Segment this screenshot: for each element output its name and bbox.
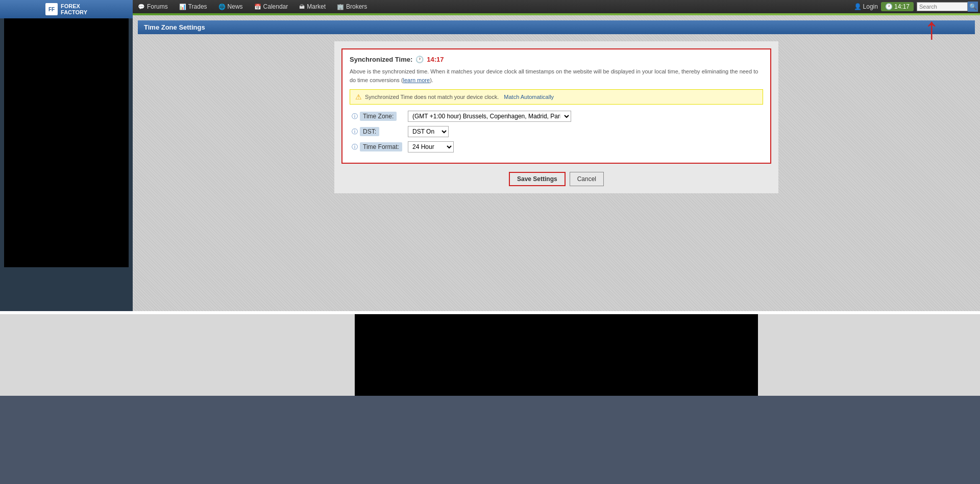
timezone-row: ⓘ Time Zone: (GMT +1:00 hour) Brussels, … — [350, 111, 763, 122]
nav-right: 👤 Login 🕐 14:17 🔍 — [854, 2, 978, 12]
sync-time-value: 14:17 — [427, 56, 444, 63]
sync-label: Synchronized Time: — [350, 56, 412, 63]
timeformat-label: ⓘ Time Format: — [352, 142, 408, 151]
button-row: Save Settings Cancel — [341, 172, 771, 186]
timezone-select[interactable]: (GMT +1:00 hour) Brussels, Copenhagen, M… — [408, 111, 571, 122]
timeformat-row: ⓘ Time Format: 24 Hour 12 Hour — [350, 141, 763, 152]
timeformat-control: 24 Hour 12 Hour — [408, 141, 454, 152]
content-area: Time Zone Settings Synchronized Time: 🕐 … — [133, 15, 980, 311]
bottom-section — [0, 311, 980, 396]
match-auto-link[interactable]: Match Automatically — [504, 94, 554, 100]
calendar-icon: 📅 — [254, 4, 261, 10]
forums-icon: 💬 — [138, 4, 145, 10]
page-title: Time Zone Settings — [144, 23, 205, 31]
dst-select[interactable]: DST On DST Off — [408, 126, 449, 137]
logo-area[interactable]: FF FOREX FACTORY — [0, 0, 133, 18]
learn-more-link[interactable]: learn more — [403, 77, 430, 83]
sync-clock-icon: 🕐 — [415, 56, 424, 63]
timezone-label: ⓘ Time Zone: — [352, 112, 408, 121]
logo: FF FOREX FACTORY — [45, 3, 87, 15]
market-icon: 🏔 — [299, 4, 305, 10]
dst-label: ⓘ DST: — [352, 127, 408, 136]
timezone-info-icon[interactable]: ⓘ — [352, 112, 358, 121]
nav-calendar[interactable]: 📅 Calendar — [249, 1, 293, 12]
dst-info-icon[interactable]: ⓘ — [352, 128, 358, 136]
main-layout: Time Zone Settings Synchronized Time: 🕐 … — [133, 15, 980, 311]
sync-description: Above is the synchronized time. When it … — [350, 67, 763, 84]
time-display[interactable]: 🕐 14:17 — [881, 2, 914, 11]
warning-text: Synchronized Time does not match your de… — [365, 94, 499, 100]
sync-time-box: Synchronized Time: 🕐 14:17 Above is the … — [341, 48, 771, 164]
cancel-button[interactable]: Cancel — [570, 172, 604, 186]
settings-panel: Synchronized Time: 🕐 14:17 Above is the … — [334, 41, 778, 193]
nav-forums[interactable]: 💬 Forums — [133, 1, 173, 12]
bottom-ad — [355, 314, 758, 396]
timeformat-select[interactable]: 24 Hour 12 Hour — [408, 141, 454, 152]
brokers-icon: 🏢 — [337, 4, 344, 10]
trades-icon: 📊 — [179, 4, 186, 10]
page-header: Time Zone Settings — [138, 20, 975, 34]
nav-news[interactable]: 🌐 News — [213, 1, 248, 12]
nav-market[interactable]: 🏔 Market — [294, 1, 331, 12]
nav-trades[interactable]: 📊 Trades — [174, 1, 212, 12]
logo-text: FOREX FACTORY — [61, 3, 87, 15]
nav-items: 💬 Forums 📊 Trades 🌐 News 📅 Calendar 🏔 Ma… — [133, 1, 854, 12]
sync-title-row: Synchronized Time: 🕐 14:17 — [350, 56, 763, 63]
warning-icon: ⚠ — [355, 93, 362, 101]
timezone-control: (GMT +1:00 hour) Brussels, Copenhagen, M… — [408, 111, 571, 122]
login-button[interactable]: 👤 Login — [854, 3, 878, 10]
timeformat-info-icon[interactable]: ⓘ — [352, 143, 358, 151]
nav-brokers[interactable]: 🏢 Brokers — [332, 1, 372, 12]
search-button[interactable]: 🔍 — [968, 2, 978, 12]
dst-control: DST On DST Off — [408, 126, 449, 137]
dst-row: ⓘ DST: DST On DST Off — [350, 126, 763, 137]
clock-icon: 🕐 — [885, 3, 893, 10]
logo-icon: FF — [45, 3, 58, 15]
login-icon: 👤 — [854, 3, 862, 10]
search-box: 🔍 — [917, 2, 978, 12]
sidebar-ad — [4, 17, 129, 267]
warning-bar: ⚠ Synchronized Time does not match your … — [350, 89, 763, 105]
red-arrow-indicator: ↑ — [924, 13, 939, 44]
search-input[interactable] — [917, 2, 968, 11]
save-settings-button[interactable]: Save Settings — [509, 172, 566, 186]
top-navigation: FF FOREX FACTORY 💬 Forums 📊 Trades 🌐 New… — [0, 0, 980, 13]
news-icon: 🌐 — [218, 4, 226, 10]
